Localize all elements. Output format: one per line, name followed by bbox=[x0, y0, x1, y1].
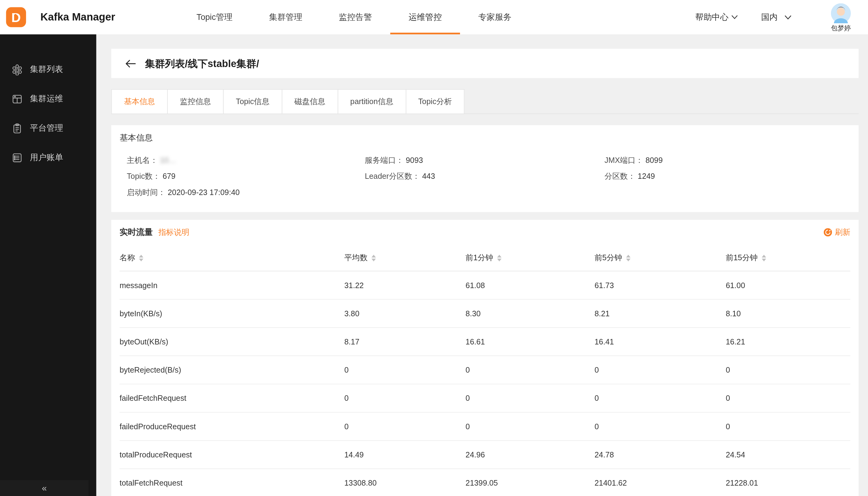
sidebar: 集群列表 集群运维 平台管理 用户账单 « bbox=[0, 34, 96, 496]
sort-icon bbox=[626, 254, 630, 261]
metric-value: 0 bbox=[344, 394, 465, 403]
metric-value: 21399.05 bbox=[465, 479, 594, 487]
tab-partition-info[interactable]: partition信息 bbox=[337, 89, 406, 113]
nav-expert-service[interactable]: 专家服务 bbox=[460, 0, 530, 34]
tab-topic-info[interactable]: Topic信息 bbox=[223, 89, 282, 113]
tab-label: partition信息 bbox=[350, 97, 393, 107]
metric-value: 31.22 bbox=[344, 281, 465, 290]
table-row: byteRejected(B/s)0000 bbox=[120, 356, 850, 384]
table-row: failedProduceRequest0000 bbox=[120, 413, 850, 440]
field-column: 服务端口：9093 Leader分区数：443 bbox=[365, 155, 604, 198]
region-select[interactable]: 国内 bbox=[761, 12, 791, 22]
field-value: 443 bbox=[422, 172, 435, 181]
refresh-label: 刷新 bbox=[835, 227, 850, 237]
metric-value: 61.00 bbox=[726, 281, 850, 290]
tab-label: 基本信息 bbox=[124, 97, 155, 107]
column-label: 前5分钟 bbox=[595, 253, 622, 263]
metric-value: 3.80 bbox=[344, 309, 465, 318]
tab-topic-analysis[interactable]: Topic分析 bbox=[406, 89, 464, 113]
field-value: 9093 bbox=[406, 156, 423, 165]
cluster-list-icon bbox=[12, 64, 23, 75]
app-logo-icon: D bbox=[5, 7, 27, 28]
chevron-down-icon bbox=[785, 15, 792, 20]
sidebar-item-label: 集群运维 bbox=[30, 94, 63, 104]
metric-value: 0 bbox=[595, 366, 726, 374]
column-header-last-5min[interactable]: 前5分钟 bbox=[595, 253, 726, 263]
help-center-menu[interactable]: 帮助中心 bbox=[695, 12, 738, 22]
field-value: 10… bbox=[160, 156, 176, 165]
field-label: 启动时间： bbox=[127, 188, 165, 197]
tab-monitor-info[interactable]: 监控信息 bbox=[167, 89, 223, 113]
realtime-flow-card: 实时流量 指标说明 刷新 名称 平均数 前1分钟 前5分钟 bbox=[111, 220, 859, 496]
column-header-last-15min[interactable]: 前15分钟 bbox=[726, 253, 850, 263]
sidebar-item-cluster-list[interactable]: 集群列表 bbox=[0, 55, 96, 84]
metric-value: 0 bbox=[595, 422, 726, 431]
metric-value: 61.73 bbox=[595, 281, 726, 290]
table-row: totalFetchRequest13308.8021399.0521401.6… bbox=[120, 469, 850, 496]
collapse-icon: « bbox=[42, 483, 47, 493]
field-value: 679 bbox=[162, 172, 175, 181]
user-menu[interactable]: 包梦婷 bbox=[823, 1, 859, 33]
column-header-last-1min[interactable]: 前1分钟 bbox=[465, 253, 594, 263]
header-right: 帮助中心 国内 包梦婷 bbox=[695, 0, 868, 34]
nav-monitor-alert[interactable]: 监控告警 bbox=[320, 0, 390, 34]
back-button[interactable] bbox=[123, 56, 139, 71]
field-label: JMX端口： bbox=[604, 156, 643, 165]
tab-basic-info[interactable]: 基本信息 bbox=[111, 89, 168, 113]
metric-value: 21401.62 bbox=[595, 479, 726, 487]
breadcrumb-card: 集群列表/线下stable集群/ bbox=[111, 49, 859, 78]
sidebar-item-user-bill[interactable]: 用户账单 bbox=[0, 143, 96, 172]
metric-value: 0 bbox=[465, 422, 594, 431]
nav-label: 监控告警 bbox=[339, 12, 372, 22]
field-partition-count: 分区数：1249 bbox=[604, 171, 851, 182]
metric-name: messageIn bbox=[120, 281, 344, 290]
nav-topic-manage[interactable]: Topic管理 bbox=[178, 0, 251, 34]
region-label: 国内 bbox=[761, 12, 778, 22]
nav-label: Topic管理 bbox=[196, 12, 233, 22]
sidebar-collapse-button[interactable]: « bbox=[0, 480, 89, 496]
sort-icon bbox=[139, 254, 143, 261]
realtime-flow-header: 实时流量 指标说明 刷新 bbox=[120, 220, 850, 245]
column-header-name[interactable]: 名称 bbox=[120, 253, 344, 263]
field-value: 8099 bbox=[646, 156, 663, 165]
nav-ops-control[interactable]: 运维管控 bbox=[390, 0, 460, 34]
nav-cluster-manage[interactable]: 集群管理 bbox=[251, 0, 320, 34]
tab-disk-info[interactable]: 磁盘信息 bbox=[282, 89, 338, 113]
svg-text:D: D bbox=[11, 10, 21, 25]
sort-icon bbox=[761, 254, 766, 261]
table-row: failedFetchRequest0000 bbox=[120, 384, 850, 413]
realtime-flow-title: 实时流量 bbox=[120, 227, 153, 237]
column-header-average[interactable]: 平均数 bbox=[344, 253, 465, 263]
refresh-icon bbox=[824, 228, 832, 236]
help-center-label: 帮助中心 bbox=[695, 12, 729, 22]
metric-value: 0 bbox=[465, 394, 594, 403]
metric-value: 16.41 bbox=[595, 337, 726, 346]
refresh-button[interactable]: 刷新 bbox=[824, 227, 850, 237]
field-label: 主机名： bbox=[127, 156, 158, 165]
sidebar-item-label: 集群列表 bbox=[30, 64, 63, 75]
cluster-ops-icon bbox=[12, 93, 23, 104]
nav-label: 集群管理 bbox=[269, 12, 302, 22]
metric-value: 21228.01 bbox=[726, 479, 850, 487]
field-value: 2020-09-23 17:09:40 bbox=[168, 188, 240, 197]
basic-info-card: 基本信息 主机名：10… Topic数：679 启动时间：2020-09-23 … bbox=[111, 125, 859, 212]
metrics-table-body: messageIn31.2261.0861.7361.00byteIn(KB/s… bbox=[120, 271, 850, 496]
metric-value: 24.96 bbox=[465, 450, 594, 459]
platform-manage-icon bbox=[12, 123, 23, 134]
field-hostname: 主机名：10… bbox=[127, 155, 365, 166]
field-leader-partition-count: Leader分区数：443 bbox=[365, 171, 604, 182]
sidebar-item-platform-manage[interactable]: 平台管理 bbox=[0, 113, 96, 143]
metric-value: 0 bbox=[465, 366, 594, 374]
metric-value: 0 bbox=[726, 366, 850, 374]
metrics-explain-link[interactable]: 指标说明 bbox=[158, 227, 189, 237]
column-label: 名称 bbox=[120, 253, 135, 263]
basic-info-title: 基本信息 bbox=[111, 125, 859, 150]
basic-info-fields: 主机名：10… Topic数：679 启动时间：2020-09-23 17:09… bbox=[111, 150, 859, 198]
metrics-table: 名称 平均数 前1分钟 前5分钟 前15分钟 messageIn31.2261.… bbox=[120, 245, 850, 496]
brand: D Kafka Manager bbox=[0, 0, 178, 34]
metric-value: 0 bbox=[595, 394, 726, 403]
metric-value: 8.10 bbox=[726, 309, 850, 318]
sidebar-item-label: 平台管理 bbox=[30, 123, 63, 134]
metric-value: 16.61 bbox=[465, 337, 594, 346]
sidebar-item-cluster-ops[interactable]: 集群运维 bbox=[0, 84, 96, 113]
